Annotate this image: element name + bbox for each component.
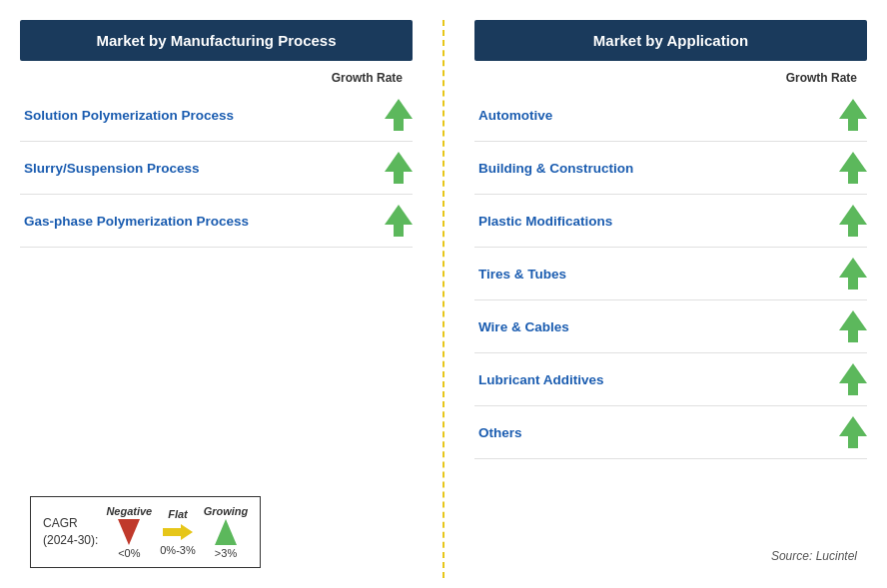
svg-rect-10: [222, 537, 230, 545]
green-arrow-up-icon: [839, 99, 867, 131]
svg-marker-13: [839, 152, 867, 172]
right-items-list: Automotive Building & Construction Plast…: [474, 89, 867, 578]
panel-divider: [443, 20, 444, 578]
left-panel: Market by Manufacturing Process Growth R…: [20, 20, 433, 578]
table-row: Lubricant Additives: [474, 353, 867, 406]
legend-flat: Flat 0%-3%: [160, 508, 195, 556]
item-label: Building & Construction: [478, 161, 839, 176]
legend-negative: Negative <0%: [106, 505, 152, 559]
green-arrow-up-icon: [839, 205, 867, 237]
red-arrow-down-icon: [118, 519, 140, 545]
table-row: Solution Polymerization Process: [20, 89, 413, 142]
svg-rect-24: [848, 434, 858, 448]
right-panel: Market by Application Growth Rate Automo…: [454, 20, 867, 578]
svg-rect-1: [394, 117, 404, 131]
svg-marker-17: [839, 258, 867, 278]
table-row: Others: [474, 406, 867, 459]
svg-rect-22: [848, 381, 858, 395]
item-label: Lubricant Additives: [478, 372, 839, 387]
svg-rect-5: [394, 223, 404, 237]
svg-marker-15: [839, 205, 867, 225]
item-label: Plastic Modifications: [478, 214, 839, 229]
table-row: Wire & Cables: [474, 300, 867, 353]
green-arrow-up-icon: [839, 416, 867, 448]
table-row: Automotive: [474, 89, 867, 142]
svg-rect-12: [848, 117, 858, 131]
item-label: Others: [478, 425, 839, 440]
green-arrow-up-icon: [839, 310, 867, 342]
svg-rect-18: [848, 276, 858, 290]
right-growth-rate-label: Growth Rate: [474, 71, 867, 85]
green-arrow-up-icon: [385, 152, 413, 184]
svg-marker-19: [839, 310, 867, 330]
svg-rect-14: [848, 170, 858, 184]
svg-rect-16: [848, 223, 858, 237]
svg-rect-7: [125, 519, 133, 527]
item-label: Solution Polymerization Process: [24, 108, 385, 123]
green-arrow-up-legend-icon: [215, 519, 237, 545]
svg-marker-2: [385, 152, 413, 172]
item-label: Tires & Tubes: [478, 267, 839, 282]
table-row: Tires & Tubes: [474, 248, 867, 300]
svg-marker-23: [839, 416, 867, 436]
green-arrow-up-icon: [839, 363, 867, 395]
green-arrow-up-icon: [839, 258, 867, 290]
item-label: Wire & Cables: [478, 319, 839, 334]
svg-rect-20: [848, 328, 858, 342]
table-row: Slurry/Suspension Process: [20, 142, 413, 195]
yellow-arrow-right-icon: [163, 522, 193, 542]
table-row: Building & Construction: [474, 142, 867, 195]
item-label: Gas-phase Polymerization Process: [24, 214, 385, 229]
green-arrow-up-icon: [385, 99, 413, 131]
green-arrow-up-icon: [839, 152, 867, 184]
source-text: Source: Lucintel: [771, 549, 857, 563]
left-growth-rate-label: Growth Rate: [20, 71, 413, 85]
left-panel-header: Market by Manufacturing Process: [20, 20, 413, 61]
legend-cagr-text: CAGR (2024-30):: [43, 515, 98, 549]
svg-marker-21: [839, 363, 867, 383]
right-panel-header: Market by Application: [474, 20, 867, 61]
svg-rect-3: [394, 170, 404, 184]
svg-marker-4: [385, 205, 413, 225]
legend-box: CAGR (2024-30): Negative <0% Flat 0%-3%: [30, 496, 261, 568]
item-label: Automotive: [478, 108, 839, 123]
svg-marker-11: [839, 99, 867, 119]
svg-marker-8: [163, 524, 193, 540]
table-row: Gas-phase Polymerization Process: [20, 195, 413, 248]
item-label: Slurry/Suspension Process: [24, 161, 385, 176]
green-arrow-up-icon: [385, 205, 413, 237]
legend-growing: Growing >3%: [204, 505, 249, 559]
svg-marker-0: [385, 99, 413, 119]
table-row: Plastic Modifications: [474, 195, 867, 248]
